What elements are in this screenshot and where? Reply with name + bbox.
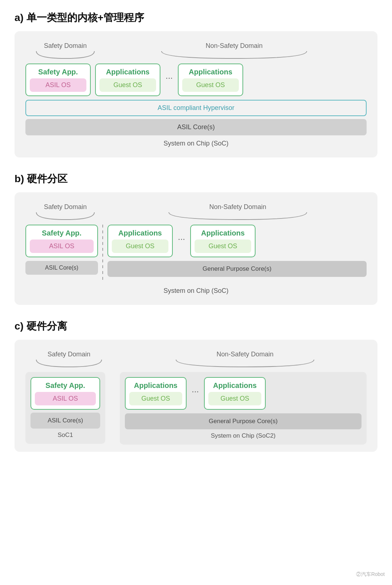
non-safety-domain-label-a: Non-Safety Domain [205, 42, 262, 50]
app-label-1-a: Applications [99, 68, 156, 76]
apps-group-b: Applications Guest OS ... Applications G… [107, 225, 367, 257]
guest-os-1-b: Guest OS [112, 240, 168, 253]
apps-group-a: Applications Guest OS ... Applications G… [95, 64, 367, 96]
non-safety-domain-label-c: Non-Safety Domain [216, 351, 273, 358]
safety-domain-group-a: Safety Domain [29, 42, 102, 60]
diagram-a-boxes: Safety App. ASIL OS Applications Guest O… [25, 64, 367, 96]
safety-domain-label-b: Safety Domain [44, 203, 87, 211]
soc1-label: SoC1 [30, 431, 100, 439]
app-label-2-b: Applications [195, 229, 251, 237]
diagram-c-socs: Safety App. ASIL OS ASIL Core(s) SoC1 Ap… [25, 372, 367, 445]
guest-os-2-a: Guest OS [182, 78, 239, 92]
app-box-1-a: Applications Guest OS [95, 64, 160, 96]
divider-b [102, 225, 103, 283]
diagram-b-container: Safety Domain Non-Safety Domain Safety A… [15, 192, 377, 305]
safety-domain-label-c: Safety Domain [48, 351, 90, 358]
dots-b: ... [176, 225, 187, 242]
app-label-1-b: Applications [112, 229, 168, 237]
safety-app-label-a: Safety App. [30, 68, 86, 76]
soc-bar-a: System on Chip (SoC) [25, 137, 367, 150]
safety-domain-label-a: Safety Domain [44, 42, 87, 50]
asil-core-bar-b: ASIL Core(s) [25, 261, 98, 275]
safety-brace-a [33, 50, 98, 60]
b-safety-side: Safety App. ASIL OS ASIL Core(s) [25, 225, 98, 275]
asil-core-bar-c: ASIL Core(s) [30, 413, 100, 429]
hypervisor-bar-a: ASIL compliant Hypervisor [25, 100, 367, 116]
guest-os-1-c: Guest OS [129, 392, 182, 405]
non-safety-domain-group-b: Non-Safety Domain [109, 203, 367, 221]
asil-os-box-a: ASIL OS [30, 78, 86, 92]
soc2-label: System on Chip (SoC2) [125, 432, 362, 439]
asil-os-box-c: ASIL OS [35, 392, 96, 405]
safety-domain-group-b: Safety Domain [29, 203, 102, 221]
dots-c: ... [190, 377, 200, 394]
watermark: ②汽车Robot [356, 571, 385, 578]
diagram-c-container: Safety Domain Non-Safety Domain Safety A… [15, 340, 377, 452]
safety-app-label-c: Safety App. [35, 381, 96, 390]
app-box-2-c: Applications Guest OS [204, 377, 266, 410]
diagram-b-content: Safety App. ASIL OS ASIL Core(s) Applica… [25, 225, 367, 283]
safety-app-box-a: Safety App. ASIL OS [25, 64, 91, 96]
app-box-2-a: Applications Guest OS [178, 64, 243, 96]
app-label-1-c: Applications [129, 381, 182, 390]
section-b: b) 硬件分区 Safety Domain Non-Safety Domain [15, 172, 377, 305]
safety-app-label-b: Safety App. [30, 229, 94, 237]
general-core-bar-b: General Purpose Core(s) [107, 261, 367, 277]
soc-bar-b: System on Chip (SoC) [25, 284, 367, 298]
soc2-box: Applications Guest OS ... Applications G… [120, 372, 367, 445]
safety-brace-b [33, 211, 98, 221]
soc1-box: Safety App. ASIL OS ASIL Core(s) SoC1 [25, 372, 105, 444]
diagram-a-container: Safety Domain Non-Safety Domain Safety A… [15, 31, 377, 158]
diagram-b-header: Safety Domain Non-Safety Domain [25, 203, 367, 221]
section-c: c) 硬件分离 Safety Domain Non-Safety Domain [15, 319, 377, 452]
safety-app-box-c: Safety App. ASIL OS [30, 377, 100, 410]
b-non-safety-side: Applications Guest OS ... Applications G… [107, 225, 367, 277]
general-core-bar-c: General Purpose Core(s) [125, 413, 362, 429]
soc2-apps: Applications Guest OS ... Applications G… [125, 377, 362, 410]
section-b-title: b) 硬件分区 [15, 172, 377, 186]
app-box-1-b: Applications Guest OS [107, 225, 173, 257]
asil-os-box-b: ASIL OS [30, 240, 94, 253]
app-box-2-b: Applications Guest OS [190, 225, 256, 257]
guest-os-2-b: Guest OS [195, 240, 251, 253]
diagram-c-header: Safety Domain Non-Safety Domain [25, 351, 367, 368]
non-safety-brace-b [165, 211, 310, 221]
app-label-2-a: Applications [182, 68, 239, 76]
safety-domain-group-c: Safety Domain [29, 351, 109, 368]
diagram-a-header: Safety Domain Non-Safety Domain [25, 42, 367, 60]
non-safety-domain-group-a: Non-Safety Domain [102, 42, 367, 60]
non-safety-brace-c [172, 358, 318, 368]
app-box-1-c: Applications Guest OS [125, 377, 187, 410]
section-a-title: a) 单一类型的内核+管理程序 [15, 11, 377, 25]
asil-core-bar-a: ASIL Core(s) [25, 119, 367, 135]
app-label-2-c: Applications [208, 381, 261, 390]
guest-os-2-c: Guest OS [208, 392, 261, 405]
section-a: a) 单一类型的内核+管理程序 Safety Domain Non-Safety… [15, 11, 377, 158]
guest-os-1-a: Guest OS [99, 78, 156, 92]
non-safety-brace-a [158, 50, 310, 60]
non-safety-domain-label-b: Non-Safety Domain [209, 203, 266, 211]
non-safety-domain-group-c: Non-Safety Domain [123, 351, 367, 368]
safety-app-box-b: Safety App. ASIL OS [25, 225, 98, 257]
safety-brace-c [33, 358, 105, 368]
section-c-title: c) 硬件分离 [15, 319, 377, 333]
dots-a: ... [164, 64, 174, 81]
